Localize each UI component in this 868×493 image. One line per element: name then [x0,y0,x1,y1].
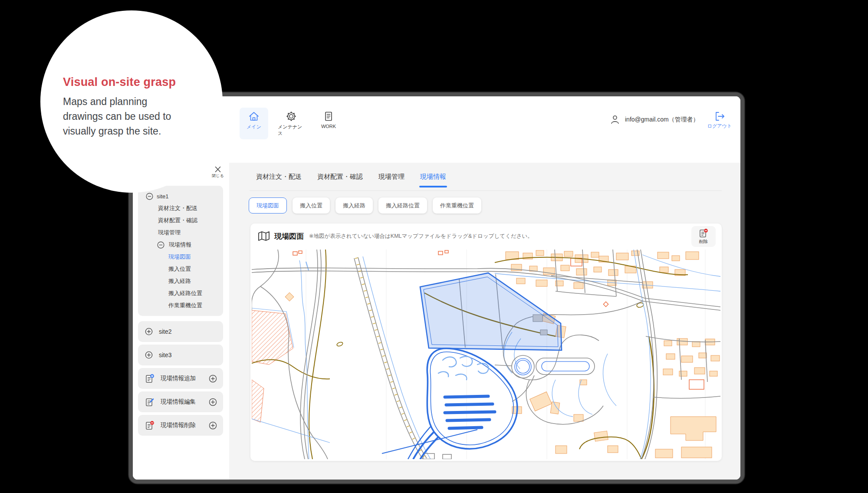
site1-tree-card: site1 資材注文・配送 資材配置・確認 現場管理 現場情報 現場図面 搬入位… [138,186,223,316]
top-nav: メイン メンテナンス [240,108,343,139]
logout-icon [714,111,725,122]
nav-label: WORK [321,124,336,129]
tab-bar-divider [250,191,722,191]
callout-bubble: Visual on-site grasp Maps and planning d… [40,10,223,193]
main-tab-bar: 資材注文・配送 資材配置・確認 現場管理 現場情報 [256,173,446,181]
nav-item-work[interactable]: WORK [314,108,343,139]
gear-icon [286,111,297,122]
map-icon [258,231,270,241]
person-icon [610,115,620,125]
delete-label: 削除 [699,239,708,245]
user-info: info@gmail.com（管理者） [610,115,699,125]
circle-plus-icon [209,375,217,383]
circle-plus-icon [145,351,153,359]
nav-item-main[interactable]: メイン [240,108,268,139]
subtab-bar: 現場図面 搬入位置 搬入経路 搬入経路位置 作業重機位置 [249,197,481,214]
sidebar-action-add-site-info[interactable]: 現場情報追加 [138,368,223,389]
home-icon [248,111,260,122]
circle-plus-icon [209,421,217,430]
subtab-carry-in-position[interactable]: 搬入位置 [293,197,330,214]
doc-remove-icon [145,421,155,430]
document-icon [323,111,334,122]
sidebar-item-material-placement[interactable]: 資材配置・確認 [138,214,223,227]
sidebar-item-carry-in-route[interactable]: 搬入経路 [138,275,223,287]
app-window: メイン メンテナンス [129,92,744,483]
delete-map-button[interactable]: 削除 [691,226,716,247]
sidebar-group-site-info[interactable]: 現場情報 [138,239,223,251]
close-label: 閉じる [212,173,224,179]
close-icon [214,166,221,173]
nav-item-maintenance[interactable]: メンテナンス [277,108,306,139]
site-map[interactable] [252,250,720,459]
user-email: info@gmail.com（管理者） [625,116,699,124]
page: { "callout": { "title": "Visual on-site … [0,0,868,493]
sidebar-item-site-drawing[interactable]: 現場図面 [138,251,223,263]
nav-label: メンテナンス [278,124,305,137]
callout-title: Visual on-site grasp [63,76,207,89]
subtab-carry-in-route-position[interactable]: 搬入経路位置 [378,197,427,214]
subtab-heavy-machine-position[interactable]: 作業重機位置 [433,197,481,214]
sidebar-item-material-order[interactable]: 資材注文・配送 [138,202,223,214]
tab-material-order[interactable]: 資材注文・配送 [256,173,302,181]
logout-button[interactable]: ログアウト [705,111,734,129]
circle-plus-icon [145,328,153,335]
sidebar-item-carry-in-position[interactable]: 搬入位置 [138,263,223,275]
subtab-site-drawing[interactable]: 現場図面 [249,197,287,214]
sidebar-action-edit-site-info[interactable]: 現場情報編集 [138,391,223,412]
tab-site-management[interactable]: 現場管理 [378,173,404,181]
sidebar-close-button[interactable]: 閉じる [209,166,227,179]
nav-label: メイン [247,124,261,130]
app-header: メイン メンテナンス [133,96,740,163]
panel-header: 現場図面 ※地図が表示されていない場合はKMLマップファイルをドラッグ&ドロップ… [250,223,722,249]
sidebar-item-site-management[interactable]: 現場管理 [138,227,223,239]
sidebar-action-delete-site-info[interactable]: 現場情報削除 [138,415,223,436]
doc-add-icon [145,374,155,383]
panel-title: 現場図面 [274,231,304,241]
sidebar: 閉じる site1 資材注文・配送 資材配置・確認 現場管理 [133,163,229,480]
sidebar-item-site3[interactable]: site3 [138,345,223,365]
logout-label: ログアウト [707,123,732,129]
sidebar-item-carry-in-route-position[interactable]: 搬入経路位置 [138,287,223,299]
site-drawing-panel: 現場図面 ※地図が表示されていない場合はKMLマップファイルをドラッグ&ドロップ… [250,223,722,461]
circle-minus-icon [157,241,164,249]
doc-edit-icon [145,397,155,407]
sidebar-item-heavy-machine-position[interactable]: 作業重機位置 [138,299,223,312]
sidebar-item-site1[interactable]: site1 [138,190,223,202]
tab-site-info[interactable]: 現場情報 [420,173,446,181]
site-map-drawing [252,250,720,459]
sidebar-item-site2[interactable]: site2 [138,321,223,342]
app-window-content: メイン メンテナンス [133,96,740,480]
circle-minus-icon [146,193,153,200]
callout-text: Maps and planning drawings can be used t… [63,94,207,138]
circle-plus-icon [209,398,217,406]
panel-note: ※地図が表示されていない場合はKMLマップファイルをドラッグ&ドロップしてくださ… [309,233,533,240]
tab-material-placement[interactable]: 資材配置・確認 [317,173,363,181]
doc-remove-icon [699,228,708,238]
subtab-carry-in-route[interactable]: 搬入経路 [335,197,373,214]
